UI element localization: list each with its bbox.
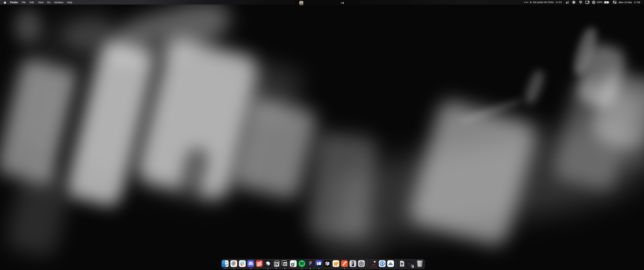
svg-text:g: g	[291, 261, 294, 267]
svg-text:raycast: raycast	[372, 264, 375, 265]
